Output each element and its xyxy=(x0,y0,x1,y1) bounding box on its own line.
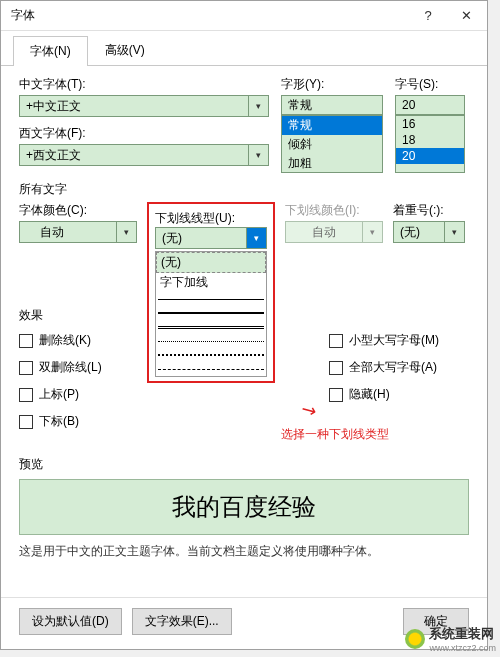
underline-type-label: 下划线线型(U): xyxy=(155,211,235,225)
size-listbox[interactable]: 16 18 20 xyxy=(395,115,465,173)
hidden-checkbox-row[interactable]: 隐藏(H) xyxy=(329,386,469,403)
list-item[interactable]: 20 xyxy=(396,148,464,164)
latin-font-combo[interactable]: ▾ xyxy=(19,144,269,166)
latin-font-dropdown-button[interactable]: ▾ xyxy=(249,144,269,166)
style-input[interactable] xyxy=(281,95,383,115)
font-color-dropdown-button[interactable]: ▾ xyxy=(117,221,137,243)
ok-button[interactable]: 确定 xyxy=(403,608,469,635)
subscript-checkbox[interactable] xyxy=(19,415,33,429)
dialog-footer: 设为默认值(D) 文字效果(E)... 确定 xyxy=(1,597,487,649)
text-effects-button[interactable]: 文字效果(E)... xyxy=(132,608,232,635)
preview-label: 预览 xyxy=(19,456,469,473)
small-caps-checkbox[interactable] xyxy=(329,334,343,348)
underline-color-dropdown-button: ▾ xyxy=(363,221,383,243)
list-item-single[interactable] xyxy=(156,292,266,306)
double-strike-checkbox[interactable] xyxy=(19,361,33,375)
list-item[interactable]: 16 xyxy=(396,116,464,132)
cjk-font-combo[interactable]: ▾ xyxy=(19,95,269,117)
cjk-font-label: 中文字体(T): xyxy=(19,76,269,93)
underline-color-value: 自动 xyxy=(285,221,363,243)
cjk-font-dropdown-button[interactable]: ▾ xyxy=(249,95,269,117)
chevron-down-icon: ▾ xyxy=(256,101,261,111)
dialog-content: 中文字体(T): ▾ 西文字体(F): ▾ 字形(Y): 常规 倾斜 加粗 xyxy=(1,66,487,570)
double-strike-checkbox-row[interactable]: 双删除线(L) xyxy=(19,359,137,376)
all-caps-checkbox-row[interactable]: 全部大写字母(A) xyxy=(329,359,469,376)
size-label: 字号(S): xyxy=(395,76,465,93)
underline-type-combo[interactable]: (无) ▾ xyxy=(155,227,267,249)
list-item[interactable]: 18 xyxy=(396,132,464,148)
double-strike-label: 双删除线(L) xyxy=(39,359,102,376)
preview-text: 我的百度经验 xyxy=(172,491,316,523)
style-label: 字形(Y): xyxy=(281,76,383,93)
tab-strip: 字体(N) 高级(V) xyxy=(1,31,487,66)
set-default-button[interactable]: 设为默认值(D) xyxy=(19,608,122,635)
list-item-words-only[interactable]: 字下加线 xyxy=(156,273,266,292)
font-color-label: 字体颜色(C): xyxy=(19,202,137,219)
chevron-down-icon: ▾ xyxy=(256,150,261,160)
close-icon: ✕ xyxy=(461,8,472,23)
titlebar: 字体 ? ✕ xyxy=(1,1,487,31)
font-color-value: 自动 xyxy=(19,221,117,243)
chevron-down-icon: ▾ xyxy=(124,227,129,237)
subscript-checkbox-row[interactable]: 下标(B) xyxy=(19,413,137,430)
subscript-label: 下标(B) xyxy=(39,413,79,430)
cjk-font-input[interactable] xyxy=(19,95,249,117)
underline-type-value: (无) xyxy=(155,227,247,249)
chevron-down-icon: ▾ xyxy=(370,227,375,237)
underline-color-combo: 自动 ▾ xyxy=(285,221,383,243)
help-button[interactable]: ? xyxy=(409,2,447,30)
preview-box: 我的百度经验 xyxy=(19,479,469,535)
list-item-thick[interactable] xyxy=(156,306,266,320)
hidden-label: 隐藏(H) xyxy=(349,386,390,403)
list-item[interactable]: 常规 xyxy=(282,116,382,135)
all-text-label: 所有文字 xyxy=(19,181,469,198)
style-listbox[interactable]: 常规 倾斜 加粗 xyxy=(281,115,383,173)
small-caps-label: 小型大写字母(M) xyxy=(349,332,439,349)
font-color-combo[interactable]: 自动 ▾ xyxy=(19,221,137,243)
annotation-text: 选择一种下划线类型 xyxy=(281,426,389,443)
list-item[interactable]: 加粗 xyxy=(282,154,382,173)
underline-type-dropdown-button[interactable]: ▾ xyxy=(247,227,267,249)
strike-checkbox[interactable] xyxy=(19,334,33,348)
superscript-checkbox-row[interactable]: 上标(P) xyxy=(19,386,137,403)
dialog-title: 字体 xyxy=(11,7,409,24)
emphasis-dropdown-button[interactable]: ▾ xyxy=(445,221,465,243)
chevron-down-icon: ▾ xyxy=(254,233,259,243)
strike-checkbox-row[interactable]: 删除线(K) xyxy=(19,332,137,349)
list-item[interactable]: 倾斜 xyxy=(282,135,382,154)
all-caps-label: 全部大写字母(A) xyxy=(349,359,437,376)
underline-color-label: 下划线颜色(I): xyxy=(285,202,383,219)
strike-label: 删除线(K) xyxy=(39,332,91,349)
emphasis-label: 着重号(:): xyxy=(393,202,465,219)
superscript-checkbox[interactable] xyxy=(19,388,33,402)
chevron-down-icon: ▾ xyxy=(452,227,457,237)
emphasis-value: (无) xyxy=(393,221,445,243)
small-caps-checkbox-row[interactable]: 小型大写字母(M) xyxy=(329,332,469,349)
superscript-label: 上标(P) xyxy=(39,386,79,403)
latin-font-input[interactable] xyxy=(19,144,249,166)
size-input[interactable] xyxy=(395,95,465,115)
latin-font-label: 西文字体(F): xyxy=(19,125,269,142)
tab-font[interactable]: 字体(N) xyxy=(13,36,88,66)
list-item-none[interactable]: (无) xyxy=(156,252,266,273)
close-button[interactable]: ✕ xyxy=(447,2,485,30)
tab-advanced[interactable]: 高级(V) xyxy=(88,35,162,65)
hidden-checkbox[interactable] xyxy=(329,388,343,402)
emphasis-combo[interactable]: (无) ▾ xyxy=(393,221,465,243)
all-caps-checkbox[interactable] xyxy=(329,361,343,375)
preview-description: 这是用于中文的正文主题字体。当前文档主题定义将使用哪种字体。 xyxy=(19,543,469,560)
font-dialog: 字体 ? ✕ 字体(N) 高级(V) 中文字体(T): ▾ 西文字体(F): ▾ xyxy=(0,0,488,650)
